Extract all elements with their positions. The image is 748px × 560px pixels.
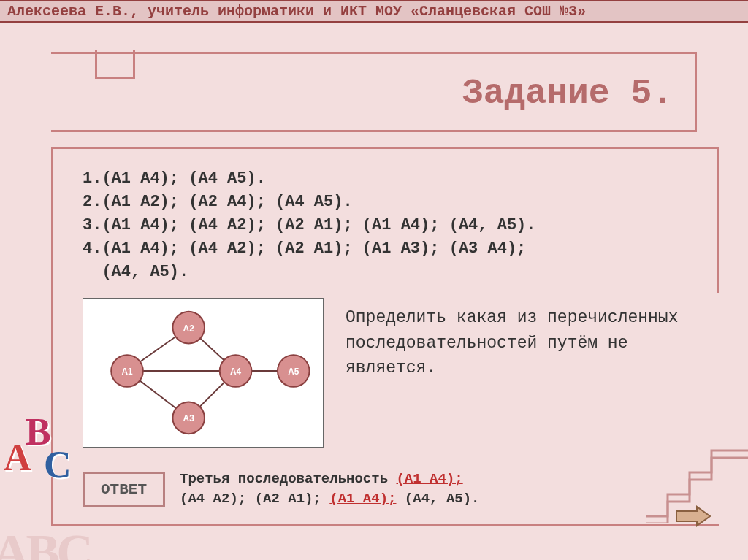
ans-post: (А4, А5). [396, 491, 479, 507]
title-tab [95, 50, 135, 79]
answer-button[interactable]: ОТВЕТ [83, 472, 165, 507]
question-text: Определить какая из перечисленных послед… [346, 298, 697, 448]
answer-text: Третья последовательность (А1 А4); (А4 А… [180, 469, 479, 508]
graph-diagram: A2 A1 A4 A5 A3 [83, 298, 324, 448]
node-a3: A3 [172, 402, 205, 434]
letter-a: A [4, 436, 31, 479]
svg-text:A5: A5 [288, 367, 299, 377]
answer-label: ОТВЕТ [101, 481, 147, 498]
seq-3: 3.(А1 А4); (А4 А2); (А2 А1); (А1 А4); (А… [83, 214, 697, 237]
node-a2: A2 [172, 312, 205, 344]
title-box: Задание 5. [51, 52, 697, 132]
abc-decoration: B A C [4, 388, 91, 520]
header-text: Алексеева Е.В., учитель информатики и ИК… [7, 3, 586, 20]
ans-hl2: (А1 А4); [329, 491, 396, 507]
ans-mid: (А4 А2); (А2 А1); [180, 491, 329, 507]
seq-2: 2.(А1 А2); (А2 А4); (А4 А5). [83, 191, 697, 214]
node-a4: A4 [220, 356, 252, 388]
seq-4a: 4.(А1 А4); (А4 А2); (А2 А1); (А1 А3); (А… [83, 237, 697, 261]
sequence-list: 1.(А1 А4); (А4 А5). 2.(А1 А2); (А2 А4); … [83, 167, 697, 283]
letter-c: C [44, 443, 72, 486]
ans-hl1: (А1 А4); [396, 471, 462, 487]
seq-1: 1.(А1 А4); (А4 А5). [83, 167, 697, 191]
answer-row: ОТВЕТ Третья последовательность (А1 А4);… [83, 469, 697, 508]
node-a1: A1 [111, 356, 143, 388]
next-arrow-icon[interactable] [675, 505, 711, 527]
svg-text:A1: A1 [121, 367, 133, 377]
svg-text:A4: A4 [230, 367, 242, 377]
node-a5: A5 [278, 356, 310, 388]
seq-4b: (А4, А5). [83, 261, 697, 284]
svg-text:A3: A3 [183, 414, 195, 424]
diagram-row: A2 A1 A4 A5 A3 Опре [83, 298, 697, 448]
abc-ghost: ABC [0, 523, 90, 560]
svg-text:A2: A2 [183, 323, 195, 334]
content-box: 1.(А1 А4); (А4 А5). 2.(А1 А2); (А2 А4); … [51, 147, 719, 526]
header-bar: Алексеева Е.В., учитель информатики и ИК… [0, 0, 748, 23]
ans-pre: Третья последовательность [180, 471, 396, 487]
slide-title: Задание 5. [462, 74, 673, 113]
